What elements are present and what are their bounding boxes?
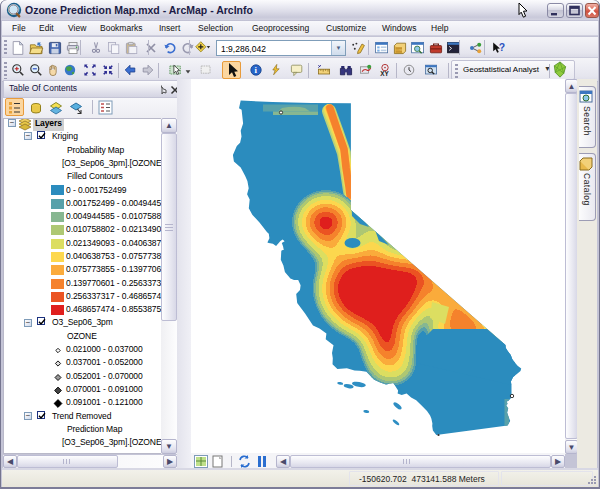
svg-text:?: ?	[499, 42, 505, 53]
svg-text:XY: XY	[380, 70, 389, 77]
